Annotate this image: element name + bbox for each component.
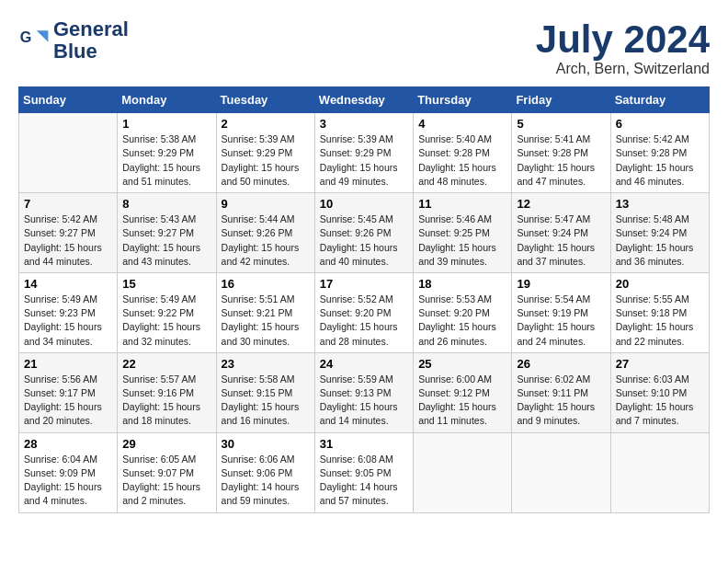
day-number: 26 (517, 357, 605, 371)
page-header: G General Blue July 2024 Arch, Bern, Swi… (18, 18, 710, 77)
calendar-cell: 9Sunrise: 5:44 AM Sunset: 9:26 PM Daylig… (216, 193, 314, 273)
calendar-cell: 11Sunrise: 5:46 AM Sunset: 9:25 PM Dayli… (414, 193, 512, 273)
day-info: Sunrise: 5:44 AM Sunset: 9:26 PM Dayligh… (222, 213, 310, 269)
day-number: 16 (222, 277, 310, 291)
calendar-cell (512, 432, 610, 512)
calendar-cell: 1Sunrise: 5:38 AM Sunset: 9:29 PM Daylig… (118, 113, 216, 193)
calendar-cell: 13Sunrise: 5:48 AM Sunset: 9:24 PM Dayli… (610, 193, 709, 273)
day-info: Sunrise: 5:42 AM Sunset: 9:28 PM Dayligh… (616, 132, 704, 189)
location: Arch, Bern, Switzerland (536, 61, 710, 77)
day-info: Sunrise: 6:03 AM Sunset: 9:10 PM Dayligh… (616, 373, 704, 429)
day-number: 11 (418, 197, 506, 211)
day-info: Sunrise: 5:38 AM Sunset: 9:29 PM Dayligh… (122, 132, 210, 189)
title-block: July 2024 Arch, Bern, Switzerland (536, 18, 710, 77)
logo-text: General Blue (53, 18, 129, 63)
calendar-cell: 31Sunrise: 6:08 AM Sunset: 9:05 PM Dayli… (314, 432, 413, 512)
day-number: 9 (222, 197, 310, 211)
day-info: Sunrise: 5:54 AM Sunset: 9:19 PM Dayligh… (517, 293, 605, 349)
day-info: Sunrise: 5:42 AM Sunset: 9:27 PM Dayligh… (24, 213, 112, 269)
day-info: Sunrise: 5:43 AM Sunset: 9:27 PM Dayligh… (122, 213, 210, 269)
calendar-week-row: 28Sunrise: 6:04 AM Sunset: 9:09 PM Dayli… (19, 432, 710, 512)
day-info: Sunrise: 6:04 AM Sunset: 9:09 PM Dayligh… (24, 453, 112, 509)
day-number: 21 (24, 357, 112, 371)
day-info: Sunrise: 5:53 AM Sunset: 9:20 PM Dayligh… (418, 293, 506, 349)
calendar-cell: 3Sunrise: 5:39 AM Sunset: 9:29 PM Daylig… (314, 113, 413, 193)
day-info: Sunrise: 6:02 AM Sunset: 9:11 PM Dayligh… (517, 373, 605, 429)
day-info: Sunrise: 5:51 AM Sunset: 9:21 PM Dayligh… (222, 293, 310, 349)
day-number: 10 (320, 197, 408, 211)
day-number: 8 (122, 197, 210, 211)
calendar-cell: 10Sunrise: 5:45 AM Sunset: 9:26 PM Dayli… (314, 193, 413, 273)
day-number: 7 (24, 197, 112, 211)
day-number: 3 (320, 117, 408, 131)
logo: G General Blue (18, 18, 129, 63)
day-info: Sunrise: 5:52 AM Sunset: 9:20 PM Dayligh… (320, 293, 408, 349)
calendar-table: SundayMondayTuesdayWednesdayThursdayFrid… (18, 86, 710, 512)
column-header-friday: Friday (512, 87, 610, 113)
day-number: 19 (517, 277, 605, 291)
day-info: Sunrise: 5:49 AM Sunset: 9:23 PM Dayligh… (24, 293, 112, 349)
day-info: Sunrise: 6:00 AM Sunset: 9:12 PM Dayligh… (418, 373, 506, 429)
day-number: 20 (616, 277, 704, 291)
calendar-cell: 22Sunrise: 5:57 AM Sunset: 9:16 PM Dayli… (118, 352, 216, 432)
day-info: Sunrise: 5:55 AM Sunset: 9:18 PM Dayligh… (616, 293, 704, 349)
day-info: Sunrise: 5:40 AM Sunset: 9:28 PM Dayligh… (418, 132, 506, 189)
calendar-cell: 8Sunrise: 5:43 AM Sunset: 9:27 PM Daylig… (118, 193, 216, 273)
calendar-week-row: 14Sunrise: 5:49 AM Sunset: 9:23 PM Dayli… (19, 272, 710, 352)
day-number: 17 (320, 277, 408, 291)
calendar-cell: 6Sunrise: 5:42 AM Sunset: 9:28 PM Daylig… (610, 113, 709, 193)
calendar-cell: 7Sunrise: 5:42 AM Sunset: 9:27 PM Daylig… (19, 193, 118, 273)
day-number: 28 (24, 437, 112, 451)
day-info: Sunrise: 5:57 AM Sunset: 9:16 PM Dayligh… (122, 373, 210, 429)
calendar-cell: 16Sunrise: 5:51 AM Sunset: 9:21 PM Dayli… (216, 272, 314, 352)
day-info: Sunrise: 5:47 AM Sunset: 9:24 PM Dayligh… (517, 213, 605, 269)
calendar-cell: 30Sunrise: 6:06 AM Sunset: 9:06 PM Dayli… (216, 432, 314, 512)
day-number: 25 (418, 357, 506, 371)
calendar-cell: 14Sunrise: 5:49 AM Sunset: 9:23 PM Dayli… (19, 272, 118, 352)
calendar-cell (414, 432, 512, 512)
day-number: 1 (122, 117, 210, 131)
day-info: Sunrise: 5:39 AM Sunset: 9:29 PM Dayligh… (320, 132, 408, 189)
day-number: 18 (418, 277, 506, 291)
calendar-week-row: 21Sunrise: 5:56 AM Sunset: 9:17 PM Dayli… (19, 352, 710, 432)
calendar-week-row: 7Sunrise: 5:42 AM Sunset: 9:27 PM Daylig… (19, 193, 710, 273)
day-number: 2 (222, 117, 310, 131)
day-number: 30 (222, 437, 310, 451)
calendar-cell: 5Sunrise: 5:41 AM Sunset: 9:28 PM Daylig… (512, 113, 610, 193)
calendar-cell: 20Sunrise: 5:55 AM Sunset: 9:18 PM Dayli… (610, 272, 709, 352)
column-header-wednesday: Wednesday (314, 87, 413, 113)
calendar-cell (610, 432, 709, 512)
calendar-cell: 18Sunrise: 5:53 AM Sunset: 9:20 PM Dayli… (414, 272, 512, 352)
day-info: Sunrise: 6:06 AM Sunset: 9:06 PM Dayligh… (222, 453, 310, 509)
svg-text:G: G (20, 29, 32, 45)
day-info: Sunrise: 5:39 AM Sunset: 9:29 PM Dayligh… (222, 132, 310, 189)
svg-marker-1 (37, 30, 49, 42)
day-number: 13 (616, 197, 704, 211)
day-info: Sunrise: 5:59 AM Sunset: 9:13 PM Dayligh… (320, 373, 408, 429)
column-header-thursday: Thursday (414, 87, 512, 113)
calendar-cell: 24Sunrise: 5:59 AM Sunset: 9:13 PM Dayli… (314, 352, 413, 432)
day-number: 15 (122, 277, 210, 291)
calendar-header-row: SundayMondayTuesdayWednesdayThursdayFrid… (19, 87, 710, 113)
calendar-week-row: 1Sunrise: 5:38 AM Sunset: 9:29 PM Daylig… (19, 113, 710, 193)
day-info: Sunrise: 5:45 AM Sunset: 9:26 PM Dayligh… (320, 213, 408, 269)
day-number: 27 (616, 357, 704, 371)
column-header-monday: Monday (118, 87, 216, 113)
calendar-cell: 2Sunrise: 5:39 AM Sunset: 9:29 PM Daylig… (216, 113, 314, 193)
day-number: 24 (320, 357, 408, 371)
calendar-cell: 27Sunrise: 6:03 AM Sunset: 9:10 PM Dayli… (610, 352, 709, 432)
day-number: 29 (122, 437, 210, 451)
day-info: Sunrise: 5:49 AM Sunset: 9:22 PM Dayligh… (122, 293, 210, 349)
day-number: 23 (222, 357, 310, 371)
calendar-cell: 17Sunrise: 5:52 AM Sunset: 9:20 PM Dayli… (314, 272, 413, 352)
day-info: Sunrise: 6:05 AM Sunset: 9:07 PM Dayligh… (122, 453, 210, 509)
calendar-cell: 23Sunrise: 5:58 AM Sunset: 9:15 PM Dayli… (216, 352, 314, 432)
day-number: 5 (517, 117, 605, 131)
day-number: 22 (122, 357, 210, 371)
calendar-cell: 19Sunrise: 5:54 AM Sunset: 9:19 PM Dayli… (512, 272, 610, 352)
calendar-cell (19, 113, 118, 193)
day-number: 6 (616, 117, 704, 131)
month-title: July 2024 (536, 18, 710, 61)
logo-icon: G (18, 24, 51, 57)
day-info: Sunrise: 6:08 AM Sunset: 9:05 PM Dayligh… (320, 453, 408, 509)
